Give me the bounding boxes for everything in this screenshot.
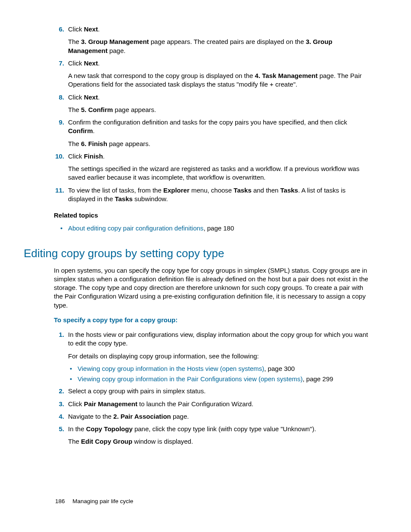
step-number: 5. [54, 425, 64, 433]
step-item: 10.Click Finish.The settings specified i… [54, 152, 370, 182]
cross-reference-link[interactable]: Viewing copy group information in the Pa… [78, 375, 302, 383]
procedure-subheading: To specify a copy type for a copy group: [54, 316, 370, 324]
section-heading: Editing copy groups by setting copy type [24, 246, 370, 261]
step-text: The 3. Group Management page appears. Th… [68, 37, 370, 55]
page-footer: 186 Managing pair life cycle [55, 498, 133, 505]
step-number: 8. [54, 93, 64, 102]
step-text: Click Next. [68, 93, 370, 102]
step-item: 2.Select a copy group with pairs in simp… [54, 387, 370, 395]
step-text: In the Copy Topology pane, click the cop… [68, 425, 370, 433]
procedure-b: 1.In the hosts view or pair configuratio… [54, 330, 370, 446]
step-text: The Edit Copy Group window is displayed. [68, 437, 370, 446]
sub-bullet-item: Viewing copy group information in the Ho… [78, 364, 370, 373]
step-text: Click Finish. [68, 152, 370, 161]
page-number: 186 [55, 498, 65, 504]
step-number: 10. [54, 152, 64, 161]
step-number: 7. [54, 59, 64, 68]
step-number: 3. [54, 400, 64, 408]
cross-reference-link[interactable]: Viewing copy group information in the Ho… [78, 365, 264, 372]
footer-title: Managing pair life cycle [72, 498, 133, 504]
step-text: Confirm the configuration definition and… [68, 118, 370, 136]
step-text: The 6. Finish page appears. [68, 140, 370, 148]
step-text: A new task that correspond to the copy g… [68, 72, 370, 89]
step-item: 6.Click Next.The 3. Group Management pag… [54, 25, 370, 55]
step-item: 9.Confirm the configuration definition a… [54, 118, 370, 148]
step-number: 1. [54, 330, 64, 339]
step-number: 6. [54, 25, 64, 34]
ordered-steps-a: 6.Click Next.The 3. Group Management pag… [54, 25, 370, 203]
step-item: 3.Click Pair Management to launch the Pa… [54, 400, 370, 408]
step-text: The settings specified in the wizard are… [68, 165, 370, 182]
step-text: For details on displaying copy group inf… [68, 352, 370, 361]
step-item: 8.Click Next.The 5. Confirm page appears… [54, 93, 370, 115]
section-intro: In open systems, you can specify the cop… [54, 266, 370, 310]
procedure-continued: 6.Click Next.The 3. Group Management pag… [54, 25, 370, 233]
step-item: 7.Click Next.A new task that correspond … [54, 59, 370, 89]
related-topic-link[interactable]: About editing copy pair configuration de… [68, 224, 203, 232]
related-topic-item: About editing copy pair configuration de… [68, 224, 370, 233]
step-text: Click Pair Management to launch the Pair… [68, 400, 370, 408]
sub-bullet-item: Viewing copy group information in the Pa… [78, 375, 370, 383]
step-text: Click Next. [68, 59, 370, 68]
related-topics-heading: Related topics [54, 211, 370, 220]
step-text: Select a copy group with pairs in simple… [68, 387, 370, 395]
step-text: Navigate to the 2. Pair Association page… [68, 412, 370, 421]
step-item: 4.Navigate to the 2. Pair Association pa… [54, 412, 370, 421]
step-item: 1.In the hosts view or pair configuratio… [54, 330, 370, 383]
step-item: 5.In the Copy Topology pane, click the c… [54, 425, 370, 446]
step-text: The 5. Confirm page appears. [68, 106, 370, 114]
step-number: 2. [54, 387, 64, 395]
step-item: 11.To view the list of tasks, from the E… [54, 186, 370, 204]
step-number: 9. [54, 118, 64, 127]
step-number: 11. [54, 186, 64, 195]
step-text: Click Next. [68, 25, 370, 34]
ordered-steps-b: 1.In the hosts view or pair configuratio… [54, 330, 370, 446]
step-number: 4. [54, 412, 64, 421]
step-text: In the hosts view or pair configurations… [68, 330, 370, 348]
step-text: To view the list of tasks, from the Expl… [68, 186, 370, 204]
related-topics-list: About editing copy pair configuration de… [68, 224, 370, 233]
sub-bullet-list: Viewing copy group information in the Ho… [78, 364, 370, 384]
